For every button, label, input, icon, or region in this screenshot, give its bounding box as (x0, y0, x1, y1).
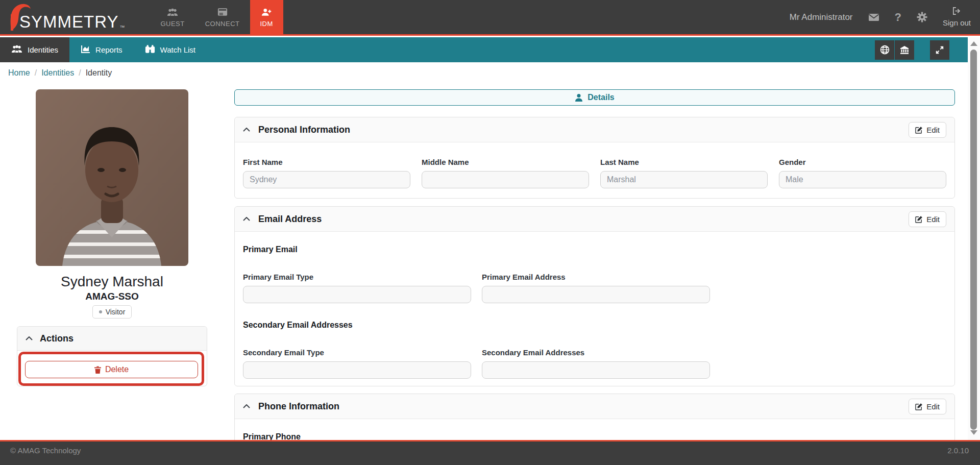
primary-email-type-label: Primary Email Type (243, 273, 471, 281)
eagle-icon (5, 1, 34, 32)
details-tab-label: Details (587, 93, 614, 102)
status-badge: Visitor (92, 305, 132, 319)
tab-connect[interactable]: CONNECT (195, 0, 250, 34)
identity-name: Sydney Marshal (17, 274, 207, 290)
users-icon (167, 7, 178, 17)
sign-out-button[interactable]: Sign out (943, 7, 971, 27)
symmetry-logo[interactable]: SYMMETRY™ (0, 0, 130, 34)
email-edit-button[interactable]: Edit (909, 211, 946, 227)
primary-email-type-input[interactable] (243, 286, 471, 303)
identities-users-icon (11, 45, 22, 55)
secondary-email-type-input[interactable] (243, 361, 471, 379)
identity-page: SYMMETRY™ GUEST CONNECT IDM (0, 0, 980, 465)
top-bar: SYMMETRY™ GUEST CONNECT IDM (0, 0, 980, 36)
email-address-card: Email Address Edit Primary Email Primary… (234, 206, 955, 386)
globe-button[interactable] (875, 40, 894, 60)
middle-name-label: Middle Name (422, 158, 589, 166)
last-name-input[interactable] (600, 171, 768, 188)
personal-edit-label: Edit (926, 126, 940, 134)
actions-panel-header[interactable]: Actions (17, 327, 207, 351)
actions-title: Actions (40, 333, 74, 344)
expand-icon (936, 46, 944, 54)
breadcrumb: Home / Identities / Identity (8, 68, 112, 78)
badge-row: Visitor (17, 305, 207, 319)
primary-email-heading: Primary Email (243, 245, 946, 254)
nav-tab-identities[interactable]: Identities (0, 37, 69, 62)
nav-tab-watch-list-label: Watch List (160, 45, 195, 54)
breadcrumb-separator: / (79, 68, 81, 78)
user-plus-icon (261, 7, 272, 17)
section-nav: Identities Reports Watch List (0, 37, 968, 62)
gender-label: Gender (779, 158, 946, 166)
secondary-email-addresses-label: Secondary Email Addresses (482, 348, 710, 357)
delete-button-label: Delete (105, 365, 129, 374)
visitor-status-dot (99, 310, 102, 313)
breadcrumb-identities[interactable]: Identities (41, 68, 74, 78)
personal-information-title: Personal Information (258, 125, 350, 135)
edit-icon (915, 215, 923, 223)
bank-icon (900, 46, 909, 54)
settings-gear-icon[interactable] (917, 12, 927, 22)
field-first-name: First Name (243, 158, 410, 188)
scrollbar-thumb[interactable] (970, 50, 977, 430)
breadcrumb-home[interactable]: Home (8, 68, 30, 78)
status-badge-label: Visitor (106, 308, 126, 316)
edit-icon (915, 126, 923, 134)
profile-photo (36, 89, 188, 266)
watch-list-binoculars-icon (145, 45, 155, 55)
details-person-icon (575, 93, 583, 102)
terminal-card-icon (217, 7, 228, 17)
nav-tab-watch-list[interactable]: Watch List (134, 37, 207, 62)
organization-button[interactable] (895, 40, 914, 60)
mail-icon[interactable] (868, 13, 879, 21)
scroll-up-arrow[interactable] (970, 41, 977, 46)
field-secondary-email-addresses: Secondary Email Addresses (482, 348, 710, 379)
secondary-email-heading: Secondary Email Addresses (243, 321, 946, 330)
secondary-email-type-label: Secondary Email Type (243, 348, 471, 357)
nav-tab-reports[interactable]: Reports (69, 37, 134, 62)
sign-out-icon (952, 7, 961, 17)
footer-version: 2.0.10 (947, 446, 969, 465)
chevron-up-icon[interactable] (243, 404, 250, 408)
field-gender: Gender (779, 158, 946, 188)
field-primary-email-address: Primary Email Address (482, 273, 710, 303)
email-address-body: Primary Email Primary Email Type Primary… (235, 232, 954, 391)
vertical-scrollbar[interactable] (968, 37, 980, 440)
phone-edit-button[interactable]: Edit (909, 399, 946, 414)
module-tabs: GUEST CONNECT IDM (150, 0, 283, 34)
gender-input[interactable] (779, 171, 946, 188)
tab-connect-label: CONNECT (205, 20, 240, 28)
chevron-up-icon[interactable] (26, 336, 33, 340)
secondary-email-addresses-input[interactable] (482, 361, 710, 379)
email-address-title: Email Address (258, 214, 322, 225)
primary-email-row: Primary Email Type Primary Email Address (243, 273, 946, 303)
personal-information-body: First Name Middle Name Last Name Gender (235, 142, 954, 200)
details-tab-button[interactable]: Details (234, 89, 955, 106)
field-primary-email-type: Primary Email Type (243, 273, 471, 303)
sign-out-label: Sign out (943, 18, 971, 27)
delete-button[interactable]: Delete (25, 361, 198, 378)
reports-chart-icon (81, 45, 90, 55)
breadcrumb-separator: / (35, 68, 37, 78)
middle-name-input[interactable] (422, 171, 589, 188)
chevron-up-icon[interactable] (243, 128, 250, 132)
first-name-input[interactable] (243, 171, 410, 188)
scroll-down-arrow[interactable] (970, 430, 977, 435)
help-icon[interactable]: ? (895, 11, 901, 24)
expand-button[interactable] (930, 40, 949, 60)
tab-guest[interactable]: GUEST (150, 0, 194, 34)
primary-email-address-input[interactable] (482, 286, 710, 303)
field-secondary-email-type: Secondary Email Type (243, 348, 471, 379)
phone-information-title: Phone Information (258, 401, 339, 412)
breadcrumb-current: Identity (86, 68, 112, 78)
footer-copyright: © AMAG Technology (10, 446, 81, 465)
secondary-email-row: Secondary Email Type Secondary Email Add… (243, 348, 946, 379)
chevron-up-icon[interactable] (243, 217, 250, 221)
personal-information-card: Personal Information Edit First Name Mid… (234, 117, 955, 199)
tab-idm[interactable]: IDM (250, 0, 283, 34)
nav-right-buttons (875, 37, 968, 62)
personal-edit-button[interactable]: Edit (909, 122, 946, 138)
tab-idm-label: IDM (260, 20, 273, 28)
user-name: Mr Administrator (790, 12, 853, 22)
phone-edit-label: Edit (926, 402, 940, 411)
